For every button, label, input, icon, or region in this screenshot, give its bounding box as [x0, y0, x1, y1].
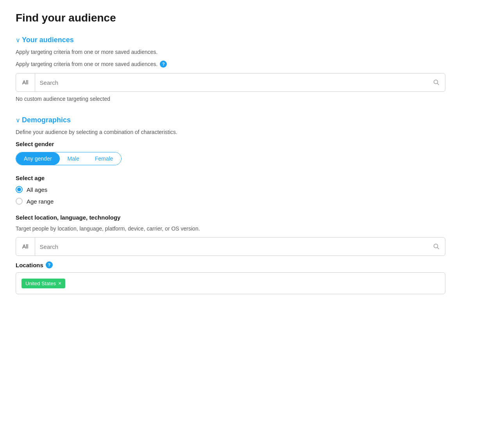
location-tag-us-label: United States	[25, 281, 56, 286]
chevron-down-icon: ∨	[16, 36, 20, 44]
age-all-ages-option[interactable]: All ages	[16, 186, 488, 193]
age-range-label: Age range	[27, 198, 54, 205]
age-label: Select age	[16, 175, 488, 181]
location-search-container: All	[16, 237, 445, 256]
location-search-input[interactable]	[35, 238, 428, 256]
location-all-label: All	[16, 238, 35, 256]
chevron-down-icon-demo: ∨	[16, 116, 20, 124]
gender-any-button[interactable]: Any gender	[16, 152, 60, 165]
demographics-section: ∨ Demographics Define your audience by s…	[16, 116, 488, 294]
gender-toggle[interactable]: Any gender Male Female	[16, 152, 122, 165]
location-search-icon	[428, 243, 445, 250]
audiences-search-container: All	[16, 73, 445, 92]
demographics-description: Define your audience by selecting a comb…	[16, 129, 488, 135]
your-audiences-section: ∨ Your audiences Apply targeting criteri…	[16, 36, 488, 102]
audiences-all-label: All	[16, 73, 35, 91]
demographics-title[interactable]: Demographics	[22, 116, 71, 124]
svg-line-3	[438, 248, 439, 249]
locations-label-text: Locations	[16, 262, 43, 268]
gender-label: Select gender	[16, 141, 488, 147]
age-all-ages-radio[interactable]	[16, 186, 23, 193]
location-section: Select location, language, technology Ta…	[16, 214, 488, 294]
location-label: Select location, language, technology	[16, 214, 488, 221]
age-radio-group: All ages Age range	[16, 186, 488, 205]
age-range-radio[interactable]	[16, 198, 23, 205]
audiences-search-input[interactable]	[35, 73, 428, 91]
your-audiences-desc-line: Apply targeting criteria from one or mor…	[16, 61, 488, 68]
demographics-header[interactable]: ∨ Demographics	[16, 116, 488, 124]
your-audiences-desc-text: Apply targeting criteria from one or mor…	[16, 61, 157, 67]
your-audiences-title[interactable]: Your audiences	[22, 36, 74, 44]
help-icon-audiences[interactable]: ?	[160, 61, 167, 68]
no-audience-text: No custom audience targeting selected	[16, 96, 488, 102]
svg-line-1	[438, 84, 439, 85]
your-audiences-description: Apply targeting criteria from one or mor…	[16, 49, 488, 55]
location-tag-us-remove[interactable]: ×	[58, 281, 61, 286]
your-audiences-header[interactable]: ∨ Your audiences	[16, 36, 488, 44]
locations-label-container: Locations ?	[16, 261, 488, 268]
gender-section: Select gender Any gender Male Female	[16, 141, 488, 165]
location-description: Target people by location, language, pla…	[16, 225, 488, 232]
page-title: Find your audience	[16, 12, 488, 24]
age-all-ages-label: All ages	[27, 186, 47, 193]
gender-female-button[interactable]: Female	[87, 152, 121, 165]
age-section: Select age All ages Age range	[16, 175, 488, 205]
age-range-option[interactable]: Age range	[16, 198, 488, 205]
search-icon	[428, 79, 445, 86]
location-tags-box: United States ×	[16, 272, 445, 294]
location-tag-us: United States ×	[21, 279, 65, 288]
help-icon-locations[interactable]: ?	[46, 261, 53, 268]
gender-male-button[interactable]: Male	[60, 152, 87, 165]
